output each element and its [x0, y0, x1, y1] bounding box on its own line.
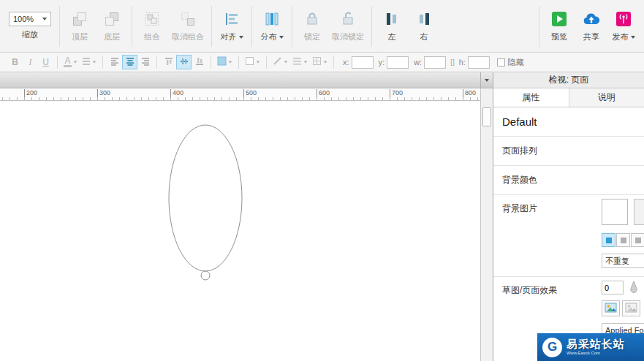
zoom-value: 100% [13, 15, 34, 23]
h-input[interactable] [468, 56, 490, 69]
bring-to-front-button[interactable]: 顶层 [64, 4, 96, 49]
chevron-down-icon [279, 36, 284, 39]
fill-color-button[interactable] [215, 55, 235, 69]
italic-label: I [29, 57, 32, 68]
x-input[interactable] [352, 56, 374, 69]
zoom-label: 缩放 [22, 29, 38, 40]
bg-repeat-select[interactable]: 不重复 [602, 254, 644, 268]
hidden-label: 隐藏 [508, 57, 524, 68]
section-bg-image: 背景图片 不重复 [493, 195, 644, 277]
align-text-middle-button[interactable] [176, 55, 192, 69]
ungroup-button[interactable]: 取消组合 [168, 4, 208, 49]
button-label: 对齐 [221, 31, 243, 42]
bold-button[interactable]: B [7, 55, 23, 69]
align-text-bottom-icon [195, 57, 204, 68]
align-text-top-button[interactable] [161, 55, 176, 69]
gray-image-effect-button[interactable] [622, 300, 640, 316]
align-text-center-button[interactable] [122, 55, 137, 69]
w-label: w: [414, 58, 422, 66]
x-label: x: [343, 58, 349, 66]
group-icon [143, 10, 161, 28]
section-page-align[interactable]: 页面排列 [493, 137, 644, 166]
font-color-icon: A [64, 57, 72, 67]
underline-button[interactable]: U [38, 55, 53, 69]
tab-notes[interactable]: 说明 [569, 88, 644, 107]
zoom-select[interactable]: 100% [9, 12, 51, 26]
share-button[interactable]: 共享 [575, 4, 607, 49]
font-color-button[interactable]: A [61, 55, 80, 69]
format-toolbar: B I U A [0, 53, 644, 72]
gray-picture-icon [625, 303, 637, 315]
toolbar-separator [238, 56, 239, 69]
toolbar-separator [211, 56, 211, 69]
line-weight-button[interactable] [270, 55, 290, 69]
vertical-scrollbar[interactable] [480, 88, 493, 361]
align-left-edge-button[interactable]: 左 [376, 4, 408, 49]
toolbar-separator [59, 6, 60, 47]
line-style-button[interactable] [290, 55, 310, 69]
y-input[interactable] [387, 56, 409, 69]
send-to-back-button[interactable]: 底层 [96, 4, 128, 49]
axure-window: 100% 缩放 顶层 底层 组合 取消组合 对齐 [0, 0, 644, 361]
watermark-text: 易采站长站 Www.Easck.Com [567, 338, 625, 356]
publish-button[interactable]: 发布 [607, 4, 640, 49]
line-style-icon [292, 56, 302, 68]
button-label: 发布 [613, 31, 635, 42]
button-label: 分布 [261, 31, 284, 42]
bring-to-front-icon [71, 10, 88, 28]
italic-button[interactable]: I [23, 55, 38, 69]
connector-point-circle[interactable] [201, 271, 210, 280]
lock-button[interactable]: 锁定 [296, 4, 328, 49]
bg-align-center-button[interactable] [616, 233, 630, 247]
send-to-back-icon [103, 10, 121, 28]
preview-play-icon [550, 10, 568, 28]
preview-button[interactable]: 预览 [543, 4, 575, 49]
align-right-edge-button[interactable]: 右 [408, 4, 440, 49]
bold-label: B [12, 57, 18, 67]
sketch-value-input[interactable] [602, 281, 624, 294]
hidden-checkbox[interactable] [497, 58, 505, 66]
page-style-name: Default [493, 107, 644, 137]
main-toolbar: 100% 缩放 顶层 底层 组合 取消组合 对齐 [0, 0, 644, 53]
design-canvas[interactable] [0, 101, 480, 361]
lock-ratio-icon[interactable] [450, 58, 454, 66]
tab-properties[interactable]: 属性 [493, 88, 569, 107]
ruler-tick-label: 600 [317, 89, 330, 100]
canvas-header-dropdown-button[interactable] [480, 72, 493, 88]
chevron-down-icon [42, 18, 47, 20]
section-bg-color[interactable]: 背景颜色 [493, 166, 644, 195]
button-label: 共享 [583, 31, 599, 42]
ellipse-shape[interactable] [169, 125, 242, 271]
toolbar-separator [333, 56, 334, 69]
scrollbar-thumb[interactable] [482, 107, 491, 126]
chevron-down-icon [239, 36, 243, 39]
bg-align-left-button[interactable] [602, 233, 615, 247]
toolbar-separator [292, 6, 292, 47]
align-text-bottom-button[interactable] [192, 55, 207, 69]
align-button[interactable]: 对齐 [216, 4, 248, 49]
distribute-button[interactable]: 分布 [256, 4, 288, 49]
line-spacing-button[interactable] [80, 55, 99, 69]
unlock-button[interactable]: 取消锁定 [328, 4, 368, 49]
h-label: h: [459, 58, 466, 66]
bg-align-right-button[interactable] [631, 233, 644, 247]
bg-image-import-button[interactable] [634, 199, 644, 225]
align-text-left-button[interactable] [107, 55, 122, 69]
button-label: 顶层 [72, 31, 88, 42]
toolbar-separator [211, 6, 212, 47]
bg-image-well[interactable] [602, 199, 628, 225]
toolbar-separator [539, 6, 539, 47]
border-color-button[interactable] [243, 55, 262, 69]
group-button[interactable]: 组合 [136, 4, 168, 49]
fill-color-icon [217, 56, 227, 68]
color-image-effect-button[interactable] [602, 300, 620, 316]
toolbar-separator [251, 6, 252, 47]
chevron-down-icon [284, 61, 288, 63]
border-visibility-icon [312, 56, 322, 68]
align-text-right-button[interactable] [137, 55, 153, 69]
color-picture-icon [605, 303, 617, 315]
border-visibility-button[interactable] [310, 55, 330, 69]
w-input[interactable] [424, 56, 446, 69]
align-text-top-icon [164, 57, 173, 68]
border-color-icon [245, 56, 254, 68]
